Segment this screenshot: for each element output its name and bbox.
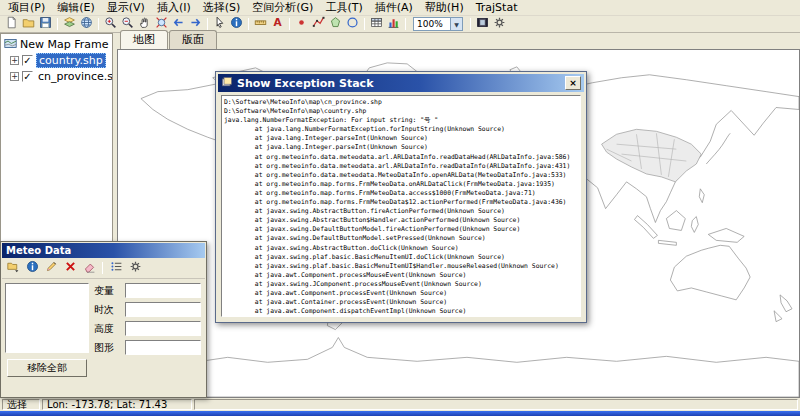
stack-trace-line: at java.awt.Container.processEvent(Unkno… — [224, 298, 578, 307]
map-frame-node[interactable]: New Map Frame — [2, 36, 111, 52]
stack-trace-line: at org.meteoinfo.data.meteodata.arl.ARLD… — [224, 153, 578, 162]
save-icon — [39, 16, 52, 32]
stack-trace-line: at org.meteoinfo.map.forms.FrmMeteoData$… — [224, 198, 578, 207]
meteo-open-data-button[interactable] — [4, 260, 22, 277]
meteo-data-titlebar[interactable]: Meteo Data — [2, 243, 205, 258]
layer-node[interactable]: +✓cn_province.shp — [2, 68, 111, 84]
stack-trace-line: D:\Software\MeteoInfo\map\country.shp — [224, 107, 578, 116]
meteo-field-variable-input[interactable] — [125, 283, 201, 298]
pencil-icon — [45, 260, 58, 276]
meteo-field-label: 时次 — [94, 303, 121, 317]
toolbar-open-meteo-data-button[interactable] — [78, 17, 95, 32]
stack-trace-line: at javax.swing.plaf.basic.BasicMenuItemU… — [224, 262, 578, 271]
menu-item-edit[interactable]: 编辑(E) — [51, 0, 101, 16]
toolbar-separator — [57, 18, 58, 30]
layer-node[interactable]: +✓country.shp — [2, 52, 111, 68]
layer-cn-province — [602, 129, 702, 182]
stack-trace-line: java.lang.NumberFormatException: For inp… — [224, 116, 578, 125]
dialog-icon — [221, 76, 233, 91]
meteo-data-window: Meteo Data 变量时次高度图形 移除全部 — [0, 241, 207, 398]
zoom-level-select[interactable]: 100%▼ — [413, 17, 463, 31]
toolbar-draw-point-button[interactable] — [293, 17, 310, 32]
toolbar-attribute-table-button[interactable] — [368, 17, 385, 32]
toolbar-add-layer-button[interactable] — [61, 17, 78, 32]
status-mode: 选择 — [2, 399, 40, 410]
layer-checkbox[interactable]: ✓ — [22, 71, 33, 82]
stack-trace-line: at java.awt.Component.processEvent(Unkno… — [224, 289, 578, 298]
toolbar-separator — [289, 18, 290, 30]
tab-layout[interactable]: 版面 — [169, 30, 217, 49]
meteo-draw-setting-button[interactable] — [42, 260, 60, 277]
svg-text:A: A — [273, 16, 282, 28]
status-coordinates: Lon: -173.78; Lat: 71.43 — [42, 399, 192, 410]
menu-item-tools[interactable]: 工具(T) — [319, 0, 368, 16]
menu-item-selection[interactable]: 选择(S) — [197, 0, 247, 16]
menu-item-trajstat[interactable]: TrajStat — [470, 0, 524, 15]
remove-all-button[interactable]: 移除全部 — [7, 359, 87, 377]
menu-item-project[interactable]: 项目(P) — [2, 0, 51, 16]
toolbar-separator — [207, 18, 208, 30]
tab-map[interactable]: 地图 — [120, 30, 168, 49]
toolbar-animation-button[interactable] — [474, 17, 491, 32]
info-icon — [230, 16, 243, 32]
menu-item-view[interactable]: 显示(V) — [101, 0, 151, 16]
stack-trace-line: at java.lang.Integer.parseInt(Unknown So… — [224, 143, 578, 152]
stack-trace-line: D:\Software\MeteoInfo\map\cn_province.sh… — [224, 98, 578, 107]
menu-bar: 项目(P)编辑(E)显示(V)插入(I)选择(S)空间分析(G)工具(T)插件(… — [0, 0, 800, 16]
exception-dialog-titlebar[interactable]: Show Exception Stack × — [218, 74, 584, 92]
layer-checkbox[interactable]: ✓ — [22, 55, 33, 66]
toolbar-identify-button[interactable] — [228, 17, 245, 32]
exception-stack-text[interactable]: D:\Software\MeteoInfo\map\cn_province.sh… — [221, 95, 581, 317]
map-frame-label: New Map Frame — [20, 38, 108, 51]
gear-icon — [129, 260, 142, 276]
toolbar-save-project-button[interactable] — [37, 17, 54, 32]
meteo-field-time-input[interactable] — [125, 302, 201, 317]
stack-trace-line: at javax.swing.plaf.basic.BasicMenuItemU… — [224, 253, 578, 262]
meteo-clear-graphics-button[interactable] — [80, 260, 98, 277]
stack-trace-line: at java.lang.NumberFormatException.forIn… — [224, 125, 578, 134]
toolbar-separator — [364, 18, 365, 30]
meteo-data-list-button[interactable] — [107, 260, 125, 277]
status-spacer — [194, 399, 798, 410]
layers-icon — [63, 16, 76, 32]
menu-item-insert[interactable]: 插入(I) — [151, 0, 197, 16]
toolbar-options-button[interactable] — [491, 17, 508, 32]
list-icon — [110, 260, 123, 276]
dialog-title: Show Exception Stack — [237, 77, 373, 90]
meteo-field-graphics-input[interactable] — [125, 340, 201, 355]
stack-trace-line: at org.meteoinfo.map.forms.FrmMeteoData.… — [224, 189, 578, 198]
stack-trace-line: at javax.swing.AbstractButton$Handler.ac… — [224, 216, 578, 225]
menu-item-spatial-analysis[interactable]: 空间分析(G) — [246, 0, 319, 16]
meteo-field-variable: 变量 — [94, 283, 201, 298]
toolbar-draw-polygon-button[interactable] — [327, 17, 344, 32]
stack-trace-line: at javax.swing.AbstractButton.doClick(Un… — [224, 244, 578, 253]
meteo-field-label: 高度 — [94, 322, 121, 336]
movie-icon — [476, 16, 489, 32]
toolbar-new-project-button[interactable] — [3, 17, 20, 32]
toolbar-draw-circle-button[interactable] — [344, 17, 361, 32]
meteo-fields: 变量时次高度图形 — [94, 283, 201, 359]
toolbar-zoom-in-button[interactable] — [102, 17, 119, 32]
meteo-field-time: 时次 — [94, 302, 201, 317]
layer-label: country.shp — [36, 53, 106, 68]
toolbar-open-project-button[interactable] — [20, 17, 37, 32]
expander-icon[interactable]: + — [10, 56, 19, 65]
meteo-field-level-input[interactable] — [125, 321, 201, 336]
dialog-close-button[interactable]: × — [565, 76, 581, 90]
letterA-icon: A — [271, 16, 284, 32]
toolbar-label-button[interactable]: A — [269, 17, 286, 32]
toolbar-draw-polyline-button[interactable] — [310, 17, 327, 32]
expander-icon[interactable]: + — [10, 72, 19, 81]
toolbar-create-chart-button[interactable] — [385, 17, 402, 32]
stack-trace-line: at java.awt.Component.dispatchEventImpl(… — [224, 307, 578, 316]
menu-item-plugins[interactable]: 插件(A) — [369, 0, 419, 16]
menu-item-help[interactable]: 帮助(H) — [419, 0, 470, 16]
toolbar-measure-button[interactable] — [252, 17, 269, 32]
meteo-data-info-button[interactable] — [23, 260, 41, 277]
meteo-settings-button[interactable] — [126, 260, 144, 277]
point-icon — [295, 16, 308, 32]
meteo-remove-data-button[interactable] — [61, 260, 79, 277]
zoomin-icon — [104, 16, 117, 32]
eraser-icon — [83, 260, 96, 276]
data-file-list[interactable] — [5, 283, 89, 353]
